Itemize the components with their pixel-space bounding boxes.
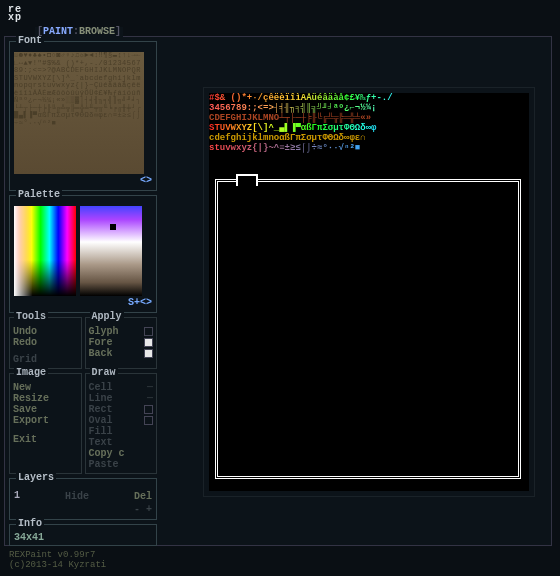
layer-up[interactable]: +: [146, 504, 152, 515]
export-button[interactable]: Export: [13, 415, 78, 426]
draw-panel: Draw Cell─ Line─ Rect Oval Fill Text Cop…: [85, 373, 158, 474]
tab-browse[interactable]: BROWSE: [79, 26, 115, 37]
layers-title: Layers: [16, 473, 56, 483]
version-text: REXPaint v0.99r7: [9, 550, 157, 560]
redo-button[interactable]: Redo: [13, 337, 78, 348]
glyph-check[interactable]: [144, 327, 153, 336]
back-swatch[interactable]: [144, 349, 153, 358]
info-title: Info: [16, 519, 44, 529]
app-logo: rexp: [8, 6, 22, 22]
box-drawing: [215, 179, 521, 479]
image-panel: Image New Resize Save Export Exit: [9, 373, 82, 474]
footer: REXPaint v0.99r7 (c)2013-14 Kyzrati: [9, 550, 157, 570]
font-nav[interactable]: <>: [14, 176, 152, 186]
exit-button[interactable]: Exit: [13, 434, 78, 445]
draw-fill[interactable]: Fill: [89, 426, 154, 437]
palette-title: Palette: [16, 190, 62, 200]
draw-line[interactable]: Line: [89, 393, 113, 404]
mode-tabs: [PAINT:BROWSE]: [35, 27, 123, 37]
palette-hue[interactable]: [14, 206, 76, 296]
layers-panel: Layers 1 Hide Del - +: [9, 478, 157, 520]
save-button[interactable]: Save: [13, 404, 78, 415]
apply-glyph[interactable]: Glyph: [89, 326, 119, 337]
tab-paint[interactable]: PAINT: [43, 26, 73, 37]
font-title: Font: [16, 36, 44, 46]
delete-layer[interactable]: Del: [134, 491, 152, 502]
draw-rect[interactable]: Rect: [89, 404, 113, 415]
layer-down[interactable]: -: [134, 504, 140, 515]
sample-art: #$& ()*+·/çêëèïîìÄÅüéâäàå¢£¥₧ƒ+-./ 34567…: [209, 93, 529, 171]
fore-swatch[interactable]: [144, 338, 153, 347]
new-button[interactable]: New: [13, 382, 78, 393]
glyph-grid[interactable]: [14, 52, 144, 174]
bracket: ]: [115, 26, 121, 37]
grid-toggle[interactable]: Grid: [13, 354, 78, 365]
main-window: [PAINT:BROWSE] Font <> Palette S+<> Tool…: [4, 36, 552, 546]
canvas-dims: 34x41: [14, 533, 152, 543]
draw-title: Draw: [90, 368, 118, 378]
draw-oval[interactable]: Oval: [89, 415, 113, 426]
tools-panel: Tools Undo Redo Grid: [9, 317, 82, 369]
apply-panel: Apply Glyph Fore Back: [85, 317, 158, 369]
resize-button[interactable]: Resize: [13, 393, 78, 404]
layer-id[interactable]: 1: [14, 491, 20, 502]
apply-back[interactable]: Back: [89, 348, 113, 359]
apply-fore[interactable]: Fore: [89, 337, 113, 348]
image-title: Image: [14, 368, 48, 378]
oval-mode[interactable]: [144, 416, 153, 425]
sidebar: Font <> Palette S+<> Tools Undo Redo Gri…: [9, 41, 157, 570]
font-panel: Font <>: [9, 41, 157, 191]
draw-cell[interactable]: Cell: [89, 382, 113, 393]
palette-nav[interactable]: S+<>: [14, 298, 152, 308]
info-panel: Info 34x41: [9, 524, 157, 546]
canvas[interactable]: #$& ()*+·/çêëèïîìÄÅüéâäàå¢£¥₧ƒ+-./ 34567…: [209, 93, 529, 491]
rect-mode[interactable]: [144, 405, 153, 414]
draw-text[interactable]: Text: [89, 437, 154, 448]
hide-layer[interactable]: Hide: [65, 491, 89, 502]
paste-button[interactable]: Paste: [89, 459, 154, 470]
apply-title: Apply: [90, 312, 124, 322]
palette-shade[interactable]: [80, 206, 142, 296]
copyright-text: (c)2013-14 Kyzrati: [9, 560, 157, 570]
tools-title: Tools: [14, 312, 48, 322]
copy-button[interactable]: Copy c: [89, 448, 154, 459]
palette-panel: Palette S+<>: [9, 195, 157, 313]
undo-button[interactable]: Undo: [13, 326, 78, 337]
